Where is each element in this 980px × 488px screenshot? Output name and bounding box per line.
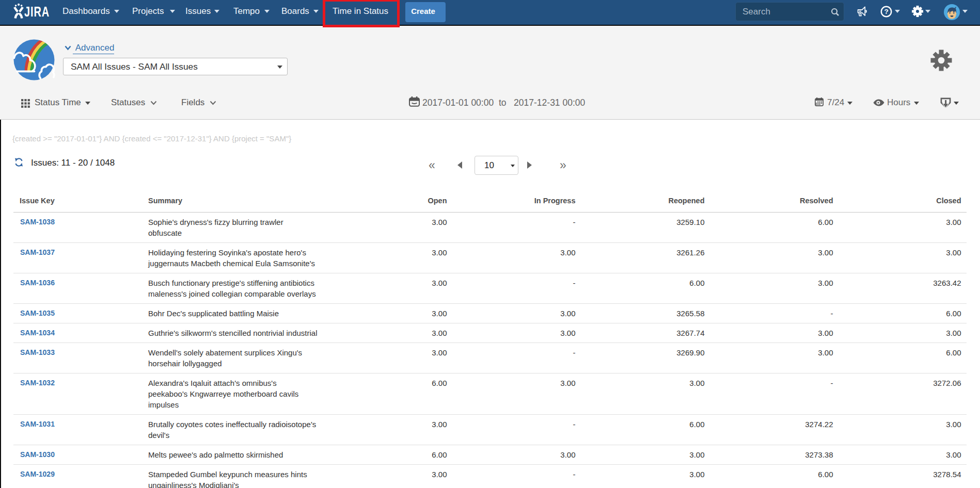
svg-text:?: ? [884,8,888,15]
